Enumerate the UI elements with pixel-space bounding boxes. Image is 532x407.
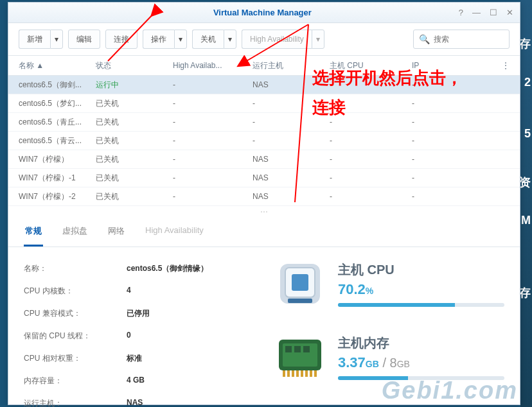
cell-state: 已关机 [96,154,173,165]
cell-cpu: - [330,136,412,145]
edit-button[interactable]: 编辑 [68,30,100,49]
svg-rect-6 [285,346,292,352]
svg-rect-14 [305,370,308,377]
cell-cpu: - [330,155,412,164]
cell-state: 已关机 [96,98,173,109]
new-button[interactable]: 新增 [19,30,50,49]
mem-used-value: 3.37 [338,354,366,370]
cpu-stat-title: 主机 CPU [338,261,504,279]
cell-state: 已关机 [96,135,173,146]
table-row[interactable]: WIN7（柠檬）-2已关机-NAS-- [8,187,520,206]
table-row[interactable]: WIN7（柠檬）-1已关机-NAS-- [8,169,520,187]
svg-rect-11 [292,370,294,377]
cell-name: centos6.5（御剑... [19,80,96,91]
action-dropdown[interactable]: ▾ [174,30,187,49]
cpu-stat-value: 70.2 [338,281,366,297]
toolbar: 新增 ▾ 编辑 连接 操作 ▾ 关机 ▾ High Availability ▾… [8,23,520,55]
help-icon[interactable]: ? [459,8,463,17]
th-more-icon[interactable]: ⋮ [497,61,510,70]
detail-tabs: 常规 虚拟盘 网络 High Availability [8,218,520,247]
th-ha[interactable]: High Availab... [173,61,253,70]
close-icon[interactable]: ✕ [506,8,513,17]
search-icon: 🔍 [419,34,430,44]
connect-button[interactable]: 连接 [105,30,137,49]
minimize-icon[interactable]: — [472,8,481,17]
maximize-icon[interactable]: ☐ [490,8,497,17]
cell-cpu: - [330,173,412,182]
prop-compat-label: CPU 兼容模式： [24,308,127,319]
table-row[interactable]: WIN7（柠檬）已关机-NAS-- [8,150,520,169]
cell-ip: - [412,136,476,145]
svg-rect-10 [287,370,290,377]
table-row[interactable]: centos6.5（青云...已关机---- [8,132,520,150]
ha-button[interactable]: High Availability [242,30,312,49]
action-button[interactable]: 操作 [143,30,174,49]
titlebar: Virtual Machine Manager ? — ☐ ✕ [8,3,520,23]
cell-ha: - [173,155,253,164]
cell-state: 运行中 [96,80,173,91]
cpu-stat: 主机 CPU 70.2% [276,260,504,307]
cell-host: - [253,117,330,126]
search-box[interactable]: 🔍 [413,30,510,49]
cell-name: WIN7（柠檬）-1 [19,173,96,184]
tab-network[interactable]: 网络 [107,218,126,247]
splitter-handle[interactable]: ⋯ [8,206,520,218]
cell-state: 已关机 [96,173,173,184]
shutdown-button[interactable]: 关机 [192,30,224,49]
cell-ha: - [173,80,253,89]
cell-ha: - [173,117,253,126]
th-name[interactable]: 名称 ▲ [19,60,96,71]
shutdown-dropdown[interactable]: ▾ [224,30,236,49]
th-host[interactable]: 运行主机 [253,60,330,71]
th-state[interactable]: 状态 [96,60,173,71]
watermark: Gebi1.com [382,377,518,404]
th-ip[interactable]: IP [412,61,476,70]
cell-cpu: - [330,192,412,201]
cell-ip: - [412,117,476,126]
cell-host: NAS [253,173,330,182]
prop-name-label: 名称： [24,263,127,274]
cell-cpu: - [330,117,412,126]
svg-rect-12 [296,370,299,377]
prop-mem-value: 4 GB [127,376,145,386]
table-body: centos6.5（御剑...运行中-NAS-centos6.5（梦幻...已关… [8,76,520,206]
mem-used-unit: GB [366,359,379,369]
tab-general[interactable]: 常规 [24,218,43,247]
svg-rect-2 [292,274,308,291]
table-row[interactable]: centos6.5（青丘...已关机---- [8,113,520,132]
prop-mem-label: 内存容量： [24,376,127,386]
cell-ha: - [173,192,253,201]
table-row[interactable]: centos6.5（梦幻...已关机---- [8,94,520,113]
svg-rect-8 [303,346,310,352]
prop-host-value: NAS [127,398,143,407]
new-dropdown[interactable]: ▾ [50,30,63,49]
cell-host: NAS [253,192,330,201]
mem-total-unit: GB [397,359,410,369]
ha-dropdown[interactable]: ▾ [312,30,324,49]
cell-host: NAS [253,155,330,164]
prop-cores-value: 4 [127,286,131,297]
cell-ip: - [412,173,476,182]
prop-weight-value: 标准 [127,353,142,364]
cpu-bar [338,303,504,307]
cell-ha: - [173,136,253,145]
window-title: Virtual Machine Manager [66,8,459,17]
app-window: Virtual Machine Manager ? — ☐ ✕ 新增 ▾ 编辑 … [8,2,520,405]
tab-vdisk[interactable]: 虚拟盘 [61,218,89,247]
prop-compat-value: 已停用 [127,308,150,319]
table-row[interactable]: centos6.5（御剑...运行中-NAS- [8,76,520,94]
prop-reserved-value: 0 [127,331,131,342]
prop-weight-label: CPU 相对权重： [24,353,127,364]
memory-icon [276,333,324,381]
svg-rect-15 [310,370,312,377]
cpu-icon [276,260,324,307]
svg-rect-7 [294,346,301,352]
tab-ha[interactable]: High Availability [144,218,205,247]
th-cpu[interactable]: 主机 CPU [330,60,412,71]
cell-name: WIN7（柠檬）-2 [19,191,96,202]
mem-sep: / [379,356,390,370]
cell-ha: - [173,99,253,108]
cell-ha: - [173,173,253,182]
search-input[interactable] [434,35,498,44]
cell-ip: - [412,99,476,108]
